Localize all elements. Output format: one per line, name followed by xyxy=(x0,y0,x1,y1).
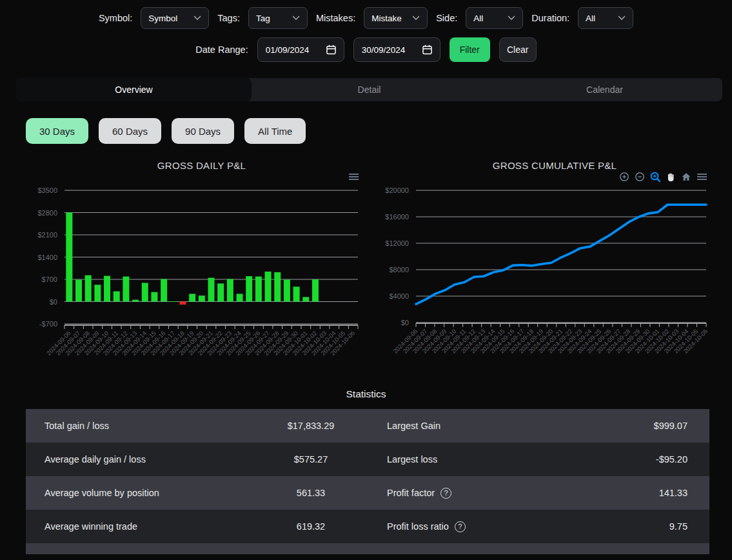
svg-text:$1400: $1400 xyxy=(37,254,57,261)
help-icon[interactable]: ? xyxy=(440,488,451,499)
filter-bar: Symbol: Symbol Tags: Tag Mistakes: Mista… xyxy=(0,6,732,30)
table-row xyxy=(26,543,709,554)
tab-overview[interactable]: Overview xyxy=(16,78,252,101)
mistakes-select[interactable]: Mistake xyxy=(364,7,428,29)
svg-text:-$700: -$700 xyxy=(39,320,57,328)
svg-text:$700: $700 xyxy=(42,275,57,283)
tab-detail[interactable]: Detail xyxy=(252,78,487,101)
duration-label: Duration: xyxy=(531,13,569,23)
side-label: Side: xyxy=(436,13,457,23)
date-to-input[interactable]: 30/09/2024 xyxy=(353,37,440,62)
chevron-down-icon xyxy=(508,15,515,21)
calendar-icon[interactable] xyxy=(326,45,336,55)
period-30-days-button[interactable]: 30 Days xyxy=(26,118,88,144)
charts-section: GROSS DAILY P&L $3500$2800$2100$1400$700… xyxy=(0,155,732,369)
menu-icon[interactable] xyxy=(348,172,359,182)
daily-pnl-chart[interactable]: $3500$2800$2100$1400$700$0-$7002024-09-0… xyxy=(26,172,377,369)
stat-label: Profit loss ratio? xyxy=(387,521,548,532)
daily-pnl-chart-title: GROSS DAILY P&L xyxy=(26,160,377,171)
chevron-down-icon xyxy=(618,15,626,21)
period-buttons: 30 Days 60 Days 90 Days All Time xyxy=(26,118,732,144)
stat-label: Total gain / loss xyxy=(26,421,235,431)
side-select-value: All xyxy=(473,14,483,23)
cumulative-pnl-chart[interactable]: $20000$16000$12000$8000$4000$02024-09-06… xyxy=(377,172,732,369)
period-all-time-button[interactable]: All Time xyxy=(244,118,306,144)
selection-zoom-icon[interactable] xyxy=(650,172,661,182)
stat-value: 141.33 xyxy=(548,488,709,498)
zoom-out-icon[interactable] xyxy=(635,172,646,182)
date-range-bar: Date Range: 01/09/2024 30/09/2024 Filter… xyxy=(0,37,732,62)
stat-value: $17,833.29 xyxy=(235,421,387,431)
daily-pnl-chart-card: GROSS DAILY P&L $3500$2800$2100$1400$700… xyxy=(26,155,377,369)
symbol-select[interactable]: Symbol xyxy=(141,7,209,29)
stat-value: 561.33 xyxy=(235,488,387,498)
table-row: Average winning trade 619.32 Profit loss… xyxy=(26,510,709,543)
date-from-input[interactable]: 01/09/2024 xyxy=(257,37,344,62)
chevron-down-icon xyxy=(412,15,420,21)
cumulative-pnl-chart-card: GROSS CUMULATIVE P&L $20000$16000$12000$… xyxy=(377,155,732,369)
statistics-heading: Statistics xyxy=(0,388,732,400)
date-from-value: 01/09/2024 xyxy=(266,45,310,55)
stat-label: Average winning trade xyxy=(26,521,235,532)
svg-text:$3500: $3500 xyxy=(37,186,57,194)
symbol-label: Symbol: xyxy=(99,13,132,23)
tags-select-value: Tag xyxy=(256,14,270,23)
stats-table: Total gain / loss $17,833.29 Largest Gai… xyxy=(26,409,709,554)
duration-select-value: All xyxy=(586,14,595,23)
symbol-select-value: Symbol xyxy=(148,14,177,23)
chevron-down-icon xyxy=(292,15,300,21)
duration-select[interactable]: All xyxy=(578,7,633,29)
view-tabs: Overview Detail Calendar xyxy=(16,78,722,101)
zoom-in-icon[interactable] xyxy=(619,172,630,182)
tab-calendar[interactable]: Calendar xyxy=(487,78,722,101)
chevron-down-icon xyxy=(193,15,201,21)
svg-text:$0: $0 xyxy=(401,319,409,326)
stat-label: Profit factor? xyxy=(387,488,548,499)
stat-value: $575.27 xyxy=(235,454,387,465)
svg-text:$4000: $4000 xyxy=(389,292,409,300)
period-90-days-button[interactable]: 90 Days xyxy=(172,118,234,144)
svg-text:$8000: $8000 xyxy=(389,266,409,274)
svg-text:$2100: $2100 xyxy=(37,231,57,239)
tags-label: Tags: xyxy=(217,13,240,23)
period-60-days-button[interactable]: 60 Days xyxy=(99,118,161,144)
calendar-icon[interactable] xyxy=(422,45,432,55)
clear-button[interactable]: Clear xyxy=(499,37,537,62)
svg-text:$16000: $16000 xyxy=(385,213,409,221)
svg-text:$2800: $2800 xyxy=(37,209,57,217)
mistakes-select-value: Mistake xyxy=(371,14,402,23)
stat-label: Largest loss xyxy=(387,454,548,465)
stat-value: 619.32 xyxy=(235,521,387,532)
table-row: Average volume by position 561.33 Profit… xyxy=(26,476,709,510)
home-icon[interactable] xyxy=(681,172,692,182)
stat-value: $999.07 xyxy=(548,421,709,431)
side-select[interactable]: All xyxy=(466,7,523,29)
svg-text:$20000: $20000 xyxy=(385,186,409,194)
cumulative-pnl-chart-title: GROSS CUMULATIVE P&L xyxy=(377,160,732,171)
pan-icon[interactable] xyxy=(666,172,677,182)
stat-label: Average daily gain / loss xyxy=(26,454,235,465)
daily-chart-toolbar xyxy=(348,172,359,182)
table-row: Average daily gain / loss $575.27 Larges… xyxy=(26,443,709,476)
help-icon[interactable]: ? xyxy=(455,521,466,532)
tags-select[interactable]: Tag xyxy=(248,7,308,29)
svg-text:$0: $0 xyxy=(50,298,57,306)
date-range-label: Date Range: xyxy=(195,45,248,55)
date-to-value: 30/09/2024 xyxy=(362,45,406,55)
stat-value: -$95.20 xyxy=(548,454,709,465)
cumulative-chart-toolbar xyxy=(619,172,707,182)
stat-value: 9.75 xyxy=(548,521,709,532)
stat-label: Largest Gain xyxy=(387,421,548,431)
table-row: Total gain / loss $17,833.29 Largest Gai… xyxy=(26,409,709,443)
filter-button[interactable]: Filter xyxy=(450,37,490,62)
svg-text:$12000: $12000 xyxy=(385,239,409,247)
menu-icon[interactable] xyxy=(697,172,707,182)
mistakes-label: Mistakes: xyxy=(316,13,355,23)
stat-label: Average volume by position xyxy=(26,488,235,498)
